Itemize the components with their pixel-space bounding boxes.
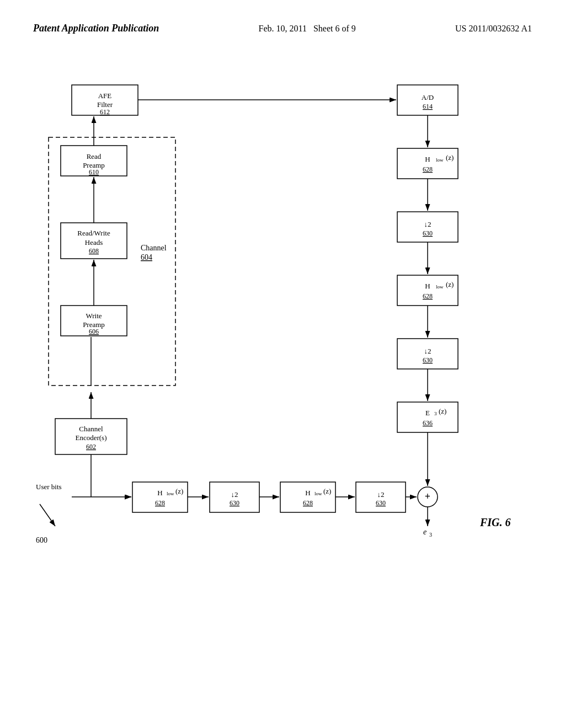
hlow-bot2-sub: low xyxy=(315,491,322,496)
header-title: Patent Application Publication xyxy=(33,22,159,35)
fig-label: FIG. 6 xyxy=(479,516,511,528)
hlow-bot1-label: H xyxy=(157,489,162,497)
channel-dashed-box xyxy=(49,137,175,386)
afe-label: AFE xyxy=(98,92,112,100)
arrow-600-ref xyxy=(40,504,55,526)
ds-bot1-label: ↓2 xyxy=(231,490,238,499)
ds-bot1-ref: 630 xyxy=(230,499,239,507)
hlow-bot2-label: H xyxy=(305,489,310,497)
rw-heads-ref: 608 xyxy=(89,247,99,255)
hlow1-label: H xyxy=(425,155,430,163)
hlow-bot1-ref: 628 xyxy=(155,499,165,507)
e3-block xyxy=(397,402,458,432)
e3-label: E xyxy=(425,409,430,417)
ad-ref: 614 xyxy=(423,103,433,110)
read-preamp-label: Read xyxy=(87,152,102,160)
ad-label: A/D xyxy=(422,93,434,101)
channel-encoder-ref: 602 xyxy=(86,443,96,451)
hlow-bot1-z: (z) xyxy=(175,487,183,495)
channel-ref: 604 xyxy=(141,253,152,261)
hlow2-label: H xyxy=(425,282,430,290)
header-center: Feb. 10, 2011 Sheet 6 of 9 xyxy=(259,22,356,35)
user-bits-label: User bits xyxy=(36,483,62,491)
ds1-ref: 630 xyxy=(423,229,433,237)
page-header: Patent Application Publication Feb. 10, … xyxy=(0,0,565,46)
rw-heads-label: Read/Write xyxy=(77,229,110,237)
e3-sub: 3 xyxy=(434,411,437,416)
filter-label: Filter xyxy=(97,100,113,109)
hlow-bot2-z: (z) xyxy=(323,487,331,495)
header-right: US 2011/0032632 A1 xyxy=(455,22,532,35)
channel-encoder-label2: Encoder(s) xyxy=(75,433,106,442)
e3-output-sub: 3 xyxy=(429,532,432,538)
hlow2-sub: low xyxy=(436,284,444,290)
rw-heads-label2: Heads xyxy=(85,238,103,247)
ref-600: 600 xyxy=(36,536,47,544)
hlow1-z: (z) xyxy=(446,153,454,162)
ds-bot2-label: ↓2 xyxy=(377,490,385,499)
read-preamp-ref: 610 xyxy=(89,168,99,176)
channel-label: Channel xyxy=(141,244,167,252)
diagram-area: A/D 614 H low (z) 628 ↓2 630 H low (z) 6… xyxy=(0,52,565,703)
hlow2-z: (z) xyxy=(446,280,454,288)
hlow-bot2-ref: 628 xyxy=(303,499,313,507)
afe-ref: 612 xyxy=(100,108,110,116)
ds1-label: ↓2 xyxy=(424,220,431,228)
e3-ref: 636 xyxy=(423,419,433,427)
hlow-bot1-sub: low xyxy=(167,491,174,496)
hlow1-sub: low xyxy=(436,157,444,163)
plus-label: + xyxy=(425,491,430,502)
e3-output-label: e xyxy=(423,528,427,536)
e3-z: (z) xyxy=(439,407,446,415)
ds2-ref: 630 xyxy=(423,356,433,364)
write-preamp-label: Write xyxy=(86,312,102,320)
hlow2-ref: 628 xyxy=(423,292,433,300)
channel-encoder-label: Channel xyxy=(79,425,103,433)
write-preamp-ref: 606 xyxy=(89,328,99,335)
ds2-label: ↓2 xyxy=(424,347,431,355)
hlow1-ref: 628 xyxy=(423,165,433,173)
ds-bot2-ref: 630 xyxy=(376,499,386,507)
